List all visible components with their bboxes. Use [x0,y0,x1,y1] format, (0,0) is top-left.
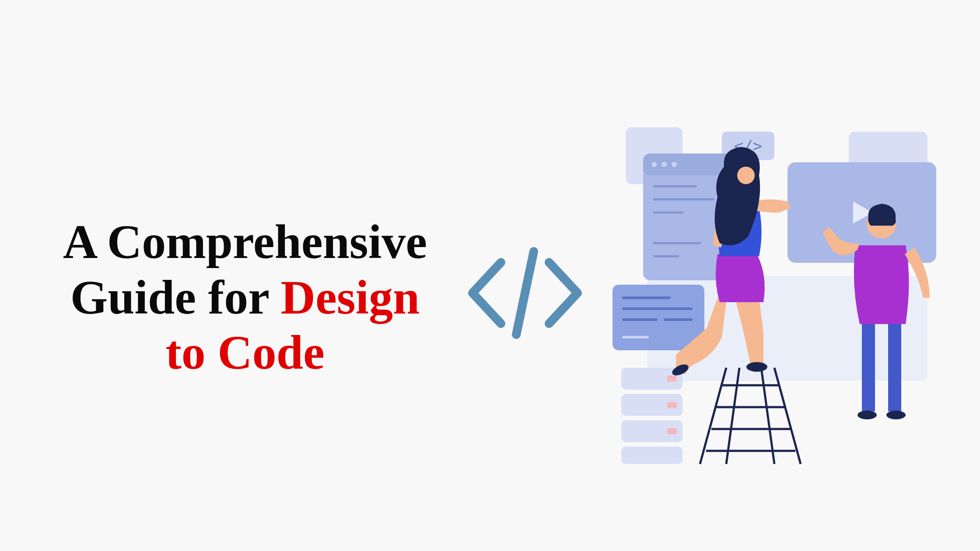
svg-line-30 [726,368,739,464]
svg-line-29 [774,368,801,464]
title-line-3-highlight: to Code [165,326,325,379]
svg-point-42 [858,411,877,419]
svg-line-28 [700,368,726,464]
server-stack-icon [621,368,682,464]
svg-rect-25 [667,376,677,382]
title-block: A Comprehensive Guide for Design to Code [26,171,464,380]
title-line-2-highlight: Design [280,271,420,324]
page-title: A Comprehensive Guide for Design to Code [26,214,464,380]
svg-point-43 [886,411,906,419]
svg-point-5 [651,162,657,167]
svg-point-6 [662,162,667,167]
title-line-2-prefix: Guide for [70,271,281,324]
svg-rect-41 [888,320,901,412]
svg-point-7 [672,162,677,167]
svg-point-39 [737,167,755,184]
title-line-1: A Comprehensive [63,215,427,269]
svg-rect-27 [667,428,677,434]
svg-rect-24 [621,446,682,464]
code-panel-icon [612,285,704,350]
svg-rect-13 [612,285,704,350]
code-bracket-icon [464,210,586,341]
svg-point-37 [746,362,767,372]
svg-line-0 [516,251,534,335]
svg-rect-40 [862,320,875,412]
svg-rect-26 [667,402,677,408]
svg-line-31 [761,368,774,464]
hero-illustration: </> [586,0,954,551]
ladder-icon [700,368,801,464]
